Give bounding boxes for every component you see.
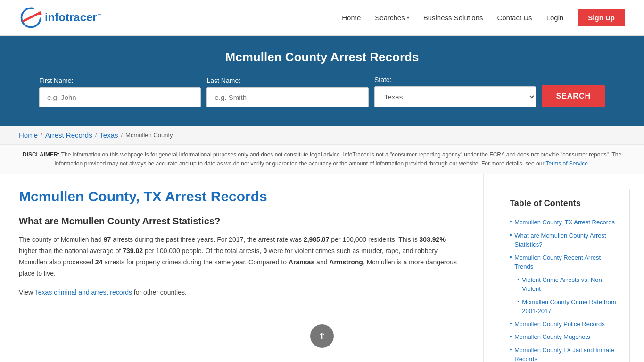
- toc-item: Mcmullen County Crime Rate from 2001-201…: [510, 296, 618, 318]
- site-header: infotracer™ Home Searches ▾ Business Sol…: [0, 0, 644, 36]
- state-label: State:: [374, 76, 536, 83]
- violent-count: 0: [263, 247, 267, 255]
- breadcrumb-link[interactable]: Home: [19, 131, 38, 139]
- scroll-top-button[interactable]: ⇧: [310, 324, 334, 348]
- breadcrumb-sep: /: [41, 132, 42, 139]
- logo-text: infotracer™: [45, 11, 102, 24]
- svg-marker-2: [39, 11, 42, 15]
- property-count: 24: [95, 258, 103, 266]
- breadcrumb-sep: /: [95, 132, 97, 139]
- texas-records-link[interactable]: Texas criminal and arrest records: [35, 288, 132, 296]
- toc-link[interactable]: Mcmullen County Mugshots: [514, 332, 590, 342]
- state-select[interactable]: All StatesAlabamaAlaskaArizonaArkansasCa…: [374, 86, 536, 107]
- arrest-rate: 2,985.07: [304, 236, 330, 243]
- toc-item: Mcmullen County Recent Arrest Trends: [510, 251, 618, 273]
- login-button[interactable]: Login: [546, 14, 564, 22]
- section1-heading: What are Mcmullen County Arrest Statisti…: [19, 216, 464, 227]
- disclaimer-text: The information on this webpage is for g…: [55, 151, 621, 167]
- breadcrumb-current: Mcmullen County: [125, 132, 173, 139]
- svg-line-1: [23, 13, 41, 21]
- breadcrumb-link[interactable]: Texas: [99, 131, 118, 139]
- toc-link[interactable]: Violent Crime Arrests vs. Non-Violent: [522, 275, 618, 294]
- toc-link[interactable]: Mcmullen County Crime Rate from 2001-201…: [522, 297, 618, 316]
- toc-item: Mcmullen County,TX Jail and Inmate Recor…: [510, 344, 618, 362]
- arrests-num: 97: [104, 236, 111, 243]
- signup-button[interactable]: Sign Up: [578, 9, 625, 26]
- nav-business-solutions[interactable]: Business Solutions: [423, 14, 483, 22]
- toc-link[interactable]: Mcmullen County,TX Jail and Inmate Recor…: [514, 346, 618, 362]
- compare1: Aransas: [289, 258, 314, 266]
- toc-item: Mcmullen County Mugshots: [510, 330, 618, 344]
- content-left: Mcmullen County, TX Arrest Records What …: [0, 174, 484, 362]
- higher-pct: 303.92%: [420, 236, 446, 243]
- toc-item: What are Mcmullen County Arrest Statisti…: [510, 229, 618, 251]
- national-avg: 739.02: [123, 247, 143, 255]
- first-name-input[interactable]: [39, 87, 201, 107]
- last-name-input[interactable]: [206, 87, 368, 107]
- view-text: View: [19, 288, 33, 296]
- view-link-paragraph: View Texas criminal and arrest records f…: [19, 287, 464, 298]
- hero-section: Mcmullen County Arrest Records First Nam…: [0, 36, 644, 126]
- toc-box: Table of Contents Mcmullen County, TX Ar…: [498, 189, 630, 362]
- disclaimer-label: DISCLAIMER:: [23, 151, 60, 158]
- toc-item: Mcmullen County, TX Arrest Records: [510, 216, 618, 229]
- main-heading: Mcmullen County, TX Arrest Records: [19, 189, 464, 205]
- last-name-label: Last Name:: [206, 77, 368, 84]
- nav-searches[interactable]: Searches ▾: [375, 14, 409, 22]
- main-paragraph1: The county of Mcmullen had 97 arrests du…: [19, 234, 464, 279]
- toc-link[interactable]: Mcmullen County, TX Arrest Records: [514, 218, 615, 227]
- breadcrumb-link[interactable]: Arrest Records: [45, 131, 92, 139]
- breadcrumb-bar: Home/Arrest Records/Texas/Mcmullen Count…: [0, 126, 644, 144]
- last-name-group: Last Name:: [206, 77, 368, 107]
- hero-title: Mcmullen County Arrest Records: [19, 50, 625, 65]
- toc-link[interactable]: Mcmullen County Recent Arrest Trends: [514, 253, 618, 272]
- state-group: State: All StatesAlabamaAlaskaArizonaArk…: [374, 76, 536, 107]
- toc-list: Mcmullen County, TX Arrest RecordsWhat a…: [510, 216, 618, 362]
- logo[interactable]: infotracer™: [19, 5, 102, 31]
- breadcrumb-sep: /: [121, 132, 123, 139]
- compare2: Armstrong: [329, 258, 363, 266]
- content-right: Table of Contents Mcmullen County, TX Ar…: [484, 174, 644, 362]
- main-heading-highlight: Mcmullen: [19, 189, 84, 204]
- tos-link[interactable]: Terms of Service: [546, 160, 588, 167]
- toc-link[interactable]: What are Mcmullen County Arrest Statisti…: [514, 231, 618, 249]
- toc-link[interactable]: Mcmullen County Police Records: [514, 320, 604, 329]
- nav-home[interactable]: Home: [342, 14, 361, 22]
- toc-item: Violent Crime Arrests vs. Non-Violent: [510, 273, 618, 296]
- first-name-group: First Name:: [39, 77, 201, 107]
- search-button[interactable]: SEARCH: [542, 85, 605, 107]
- toc-title: Table of Contents: [510, 198, 618, 208]
- disclaimer: DISCLAIMER: The information on this webp…: [0, 144, 644, 174]
- searches-chevron-icon: ▾: [407, 15, 409, 20]
- main-heading-rest: County, TX Arrest Records: [84, 189, 267, 204]
- toc-item: Mcmullen County Police Records: [510, 318, 618, 331]
- first-name-label: First Name:: [39, 77, 201, 84]
- search-form: First Name: Last Name: State: All States…: [39, 76, 605, 107]
- nav-contact-us[interactable]: Contact Us: [497, 14, 532, 22]
- main-nav: Home Searches ▾ Business Solutions Conta…: [342, 9, 625, 26]
- breadcrumb: Home/Arrest Records/Texas/Mcmullen Count…: [19, 131, 625, 139]
- view-suffix: for other counties.: [134, 288, 187, 296]
- logo-icon: [19, 5, 45, 31]
